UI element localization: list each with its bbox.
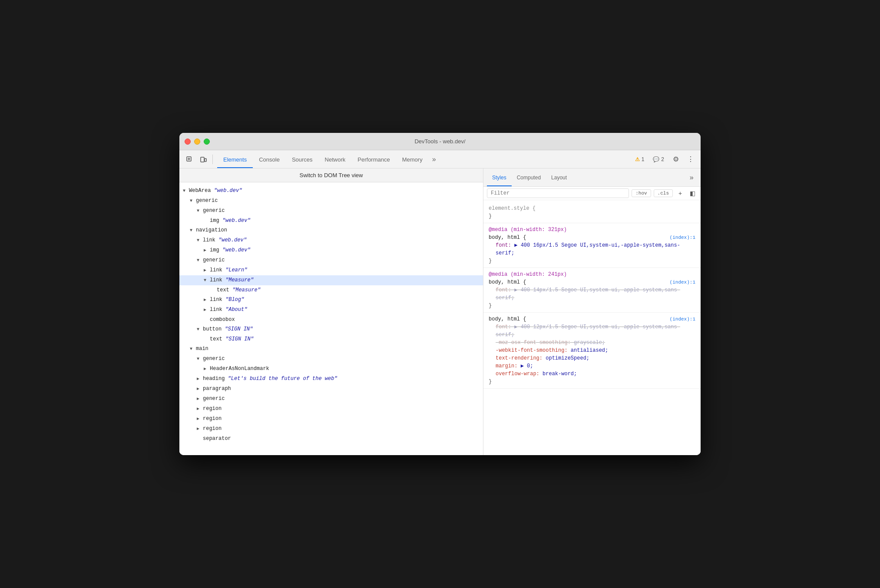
node-value: "web.dev" [214, 188, 242, 194]
warnings-button[interactable]: ⚠ 1 [632, 155, 648, 164]
dom-tree-node[interactable]: link "Blog" [179, 295, 483, 305]
style-property-name: -webkit-font-smoothing: [496, 347, 568, 353]
add-style-button[interactable]: + [675, 188, 685, 198]
styles-filter-bar: :hov .cls + ◧ [483, 187, 701, 200]
expand-arrow[interactable] [197, 395, 203, 403]
dom-tree-node[interactable]: combobox [179, 315, 483, 324]
dom-tree-node[interactable]: link "Learn" [179, 265, 483, 275]
expand-arrow[interactable] [197, 415, 203, 423]
more-options-button[interactable]: ⋮ [684, 153, 697, 166]
dom-tree-node[interactable]: generic [179, 354, 483, 364]
style-property-row: -moz-osx-font-smoothing: grayscale; [489, 339, 695, 347]
expand-arrow[interactable] [197, 237, 203, 244]
hov-button[interactable]: :hov [632, 189, 651, 197]
expand-arrow[interactable] [197, 375, 203, 383]
tab-elements[interactable]: Elements [217, 152, 253, 168]
style-property-row: font: ▶ 400 16px/1.5 Segoe UI,system-ui,… [489, 241, 695, 257]
dom-tree-node[interactable]: generic [179, 255, 483, 265]
close-button[interactable] [185, 139, 191, 145]
close-brace: } [489, 303, 492, 309]
dom-tree-node[interactable]: paragraph [179, 384, 483, 394]
dom-tree-node[interactable]: img "web.dev" [179, 216, 483, 225]
styles-filter-input[interactable] [487, 188, 629, 198]
expand-arrow[interactable] [204, 306, 210, 314]
style-property-value: ▶ 400 16px/1.5 Segoe UI,system-ui,-apple… [496, 242, 680, 256]
expand-arrow[interactable] [183, 187, 189, 195]
expand-arrow[interactable] [204, 247, 210, 254]
node-tag: generic [203, 356, 225, 362]
minimize-button[interactable] [194, 139, 200, 145]
style-rule: @media (min-width: 321px)(index):1body, … [483, 223, 701, 268]
expand-arrow[interactable] [190, 197, 196, 205]
dom-tree-node[interactable]: img "web.dev" [179, 245, 483, 255]
style-source[interactable]: (index):1 [670, 234, 695, 241]
tab-console[interactable]: Console [253, 152, 286, 168]
node-tag: region [203, 406, 222, 412]
style-source[interactable]: (index):1 [670, 315, 695, 323]
inspect-element-button[interactable] [183, 153, 196, 166]
style-source[interactable]: (index):1 [670, 278, 695, 286]
tab-computed[interactable]: Computed [512, 170, 546, 186]
expand-arrow[interactable] [204, 296, 210, 304]
dom-tree-node[interactable]: main [179, 344, 483, 354]
tab-layout[interactable]: Layout [546, 170, 572, 186]
expand-arrow[interactable] [204, 277, 210, 284]
styles-tabs: Styles Computed Layout » [483, 168, 701, 187]
expand-arrow[interactable] [204, 365, 210, 373]
dom-tree-node[interactable]: generic [179, 206, 483, 216]
node-tag: WebArea [189, 188, 214, 194]
expand-arrow[interactable] [204, 267, 210, 274]
tab-network[interactable]: Network [319, 152, 352, 168]
dom-tree-node[interactable]: WebArea "web.dev" [179, 186, 483, 196]
dom-tree-node[interactable]: link "About" [179, 305, 483, 315]
expand-arrow[interactable] [197, 326, 203, 334]
traffic-lights [185, 139, 210, 145]
expand-arrow[interactable] [190, 345, 196, 353]
cls-button[interactable]: .cls [654, 189, 673, 197]
style-property-row: font: ▶ 400 14px/1.5 Segoe UI,system-ui,… [489, 286, 695, 302]
node-tag: button [203, 326, 225, 332]
device-toolbar-button[interactable] [197, 153, 210, 166]
dom-tree-node[interactable]: heading "Let's build the future of the w… [179, 374, 483, 384]
expand-arrow[interactable] [190, 227, 196, 235]
svg-rect-4 [205, 159, 206, 162]
dom-tree-node[interactable]: link "Measure" [179, 275, 483, 285]
close-brace: } [489, 379, 492, 385]
tab-styles[interactable]: Styles [487, 170, 512, 186]
expand-arrow[interactable] [197, 405, 203, 413]
dom-tree-node[interactable]: button "SIGN IN" [179, 324, 483, 334]
dom-tree-node[interactable]: HeaderAsNonLandmark [179, 364, 483, 374]
tab-more-styles[interactable]: » [686, 170, 697, 186]
expand-arrow[interactable] [197, 257, 203, 264]
dom-tree-node[interactable]: navigation [179, 225, 483, 235]
dom-tree-node[interactable]: region [179, 414, 483, 424]
node-value: "Measure" [225, 277, 254, 283]
style-property: font: ▶ 400 12px/1.5 Segoe UI,system-ui,… [496, 324, 680, 338]
dom-tree-node[interactable]: region [179, 404, 483, 414]
tab-more[interactable]: » [429, 152, 440, 168]
expand-arrow[interactable] [197, 425, 203, 433]
expand-arrow[interactable] [197, 207, 203, 215]
dom-tree-node[interactable]: generic [179, 394, 483, 404]
settings-button[interactable]: ⚙ [669, 153, 682, 166]
dom-tree-node[interactable]: separator [179, 434, 483, 443]
node-tag: separator [203, 436, 231, 442]
messages-button[interactable]: 💬 2 [649, 155, 668, 164]
expand-arrow[interactable] [197, 355, 203, 363]
dom-tree-node[interactable]: generic [179, 196, 483, 206]
maximize-button[interactable] [204, 139, 210, 145]
dom-tree-node[interactable]: region [179, 424, 483, 434]
dom-toolbar-switch[interactable]: Switch to DOM Tree view [179, 168, 483, 182]
toggle-sidebar-button[interactable]: ◧ [688, 188, 697, 198]
tab-memory[interactable]: Memory [396, 152, 429, 168]
style-property: -moz-osx-font-smoothing: grayscale; [496, 340, 605, 346]
expand-arrow[interactable] [197, 385, 203, 393]
tab-performance[interactable]: Performance [351, 152, 396, 168]
style-property-value: ▶ 0; [521, 363, 533, 369]
tab-sources[interactable]: Sources [286, 152, 319, 168]
dom-tree-node[interactable]: link "web.dev" [179, 235, 483, 245]
style-property-value: break-word; [543, 371, 577, 377]
dom-tree-node[interactable]: text "Measure" [179, 285, 483, 295]
dom-tree-node[interactable]: text "SIGN IN" [179, 334, 483, 344]
close-brace: } [489, 258, 492, 264]
